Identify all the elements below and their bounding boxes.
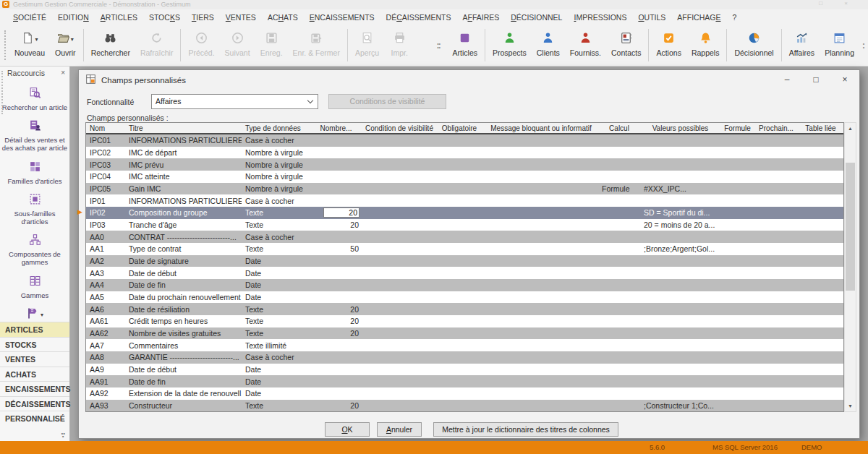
toolbar-grip[interactable]	[4, 30, 7, 60]
toolbar-impr-button[interactable]: Impr.	[384, 25, 414, 66]
toolbar-prospects-button[interactable]: Prospects	[488, 25, 532, 66]
table-scrollbar[interactable]: ▲ ▼	[844, 122, 856, 412]
toolbar-preced-button[interactable]: Précéd.	[183, 25, 219, 66]
sidebar-item-personnalise[interactable]: PERSONNALISÉ	[0, 411, 69, 426]
sidebar-item-decaissements[interactable]: DÉCAISSEMENTS	[0, 396, 69, 411]
table-row-aa62[interactable]: AA62Nombre de visites gratuitesTexte20	[86, 327, 843, 340]
table-row-aa2[interactable]: AA2Date de signatureDate	[86, 255, 843, 267]
sidebar-expander-icon[interactable]: •••	[61, 432, 65, 438]
dialog-close-icon[interactable]: ×	[830, 70, 859, 89]
update-dictionary-button[interactable]: Mettre à jour le dictionnaire des titres…	[433, 422, 618, 437]
menu-stocks[interactable]: STOCKS	[143, 13, 186, 22]
table-row-aa5[interactable]: AA5Date du prochain renouvellementDate	[86, 291, 843, 304]
column-header-nom[interactable]: Nom	[86, 123, 125, 133]
table-row-aa92[interactable]: AA92Extension de la date de renouvell...…	[86, 387, 843, 400]
table-row-aa3[interactable]: AA3Date de débutDate	[86, 267, 843, 279]
column-header-calcul[interactable]: Calcul	[598, 123, 640, 133]
shortcut-composantes-de[interactable]: Composantes degammes	[0, 234, 69, 266]
table-row-ipc03[interactable]: IPC03IMC prévuNombre à virgule	[86, 158, 843, 171]
table-row-aa6[interactable]: AA6Date de résiliationTexte20	[86, 303, 843, 315]
scroll-down-icon[interactable]: ▼	[845, 401, 856, 411]
shortcut-familles-d-articles[interactable]: Familles d'articles	[0, 160, 69, 185]
dropdown-arrow-icon[interactable]: ▾	[35, 36, 38, 43]
table-row-aa9[interactable]: AA9Date de débutDate	[86, 364, 843, 376]
toolbar-affaires-button[interactable]: Affaires	[784, 25, 820, 66]
column-header-prochain[interactable]: Prochain...	[754, 123, 798, 133]
sidebar-item-encaissements[interactable]: ENCAISSEMENTS	[0, 381, 69, 396]
toolbar-rafraichir-button[interactable]: Rafraîchir	[135, 25, 179, 66]
toolbar-enr-fermer-button[interactable]: Enr. & Fermer	[288, 25, 345, 66]
table-row-aa7[interactable]: AA7CommentairesTexte illimité	[86, 339, 843, 351]
toolbar-overflow-right-icon[interactable]: ••	[859, 25, 868, 66]
column-header-condition-de-visibilite[interactable]: Condition de visibilité	[364, 123, 435, 133]
menu-societe[interactable]: SOCIÉTÉ	[7, 13, 52, 22]
window-controls[interactable]: □ ×	[819, 0, 858, 7]
sidebar-item-articles[interactable]: ARTICLES	[0, 322, 69, 337]
table-row-ip03[interactable]: IP03Tranche d'âgeTexte2020 = moins de 20…	[86, 219, 843, 231]
shortcut-sous-familles[interactable]: Sous-famillesd'articles	[0, 193, 69, 226]
menu-edition[interactable]: EDITION	[52, 13, 95, 22]
menu-tiers[interactable]: TIERS	[186, 13, 220, 22]
table-row-ipc02[interactable]: IPC02IMC de départNombre à virgule	[86, 147, 843, 159]
menu-articles[interactable]: ARTICLES	[95, 13, 143, 22]
scroll-up-icon[interactable]: ▲	[845, 123, 856, 134]
toolbar-overflow-icon[interactable]: ••••	[435, 25, 443, 66]
sidebar-grip[interactable]	[1, 71, 3, 114]
cancel-button[interactable]: Annuler	[377, 422, 422, 437]
menu-decisionnel[interactable]: DÉCISIONNEL	[505, 13, 568, 22]
sidebar-item-ventes[interactable]: VENTES	[0, 351, 69, 367]
menu-outils[interactable]: OUTILS	[632, 13, 671, 22]
functionality-select[interactable]: Affaires	[151, 94, 318, 109]
sidebar-item-achats[interactable]: ACHATS	[0, 367, 69, 382]
toolbar-contacts-button[interactable]: Contacts	[606, 25, 646, 66]
toolbar-rappels-button[interactable]: Rappels	[686, 25, 725, 66]
table-row-aa8[interactable]: AA8GARANTIE -------------------------...…	[86, 351, 843, 364]
menu-ventes[interactable]: VENTES	[220, 13, 262, 22]
ok-button[interactable]: OK	[325, 422, 370, 437]
menu-affichage[interactable]: AFFICHAGE	[671, 13, 726, 22]
table-row-aa91[interactable]: AA91Date de finDate	[86, 375, 843, 387]
column-header-valeurs-possibles[interactable]: Valeurs possibles	[640, 123, 720, 133]
toolbar-actions-button[interactable]: Actions	[651, 25, 686, 66]
column-header-nombre[interactable]: Nombre...	[308, 123, 364, 133]
sidebar-item-stocks[interactable]: STOCKS	[0, 337, 69, 352]
toolbar-planning-button[interactable]: Planning	[820, 25, 859, 66]
table-row-aa93[interactable]: AA93ConstructeurTexte20;Constructeur 1;C…	[86, 400, 843, 412]
table-row-ipc05[interactable]: IPC05Gain IMCNombre à virguleFormule#XXX…	[86, 183, 843, 195]
nombre-edit-input[interactable]: 20	[323, 207, 359, 218]
toolbar-enreg-button[interactable]: Enreg.	[255, 25, 288, 66]
visibility-conditions-button[interactable]: Conditions de visibilité	[328, 94, 446, 109]
shortcut-rechercher-un-article[interactable]: Rechercher un article	[0, 87, 69, 111]
column-header-table-liee[interactable]: Table liée	[798, 123, 843, 133]
table-row-aa0[interactable]: AA0CONTRAT -------------------------...C…	[86, 231, 843, 243]
toolbar-ouvrir-button[interactable]: ▾Ouvrir	[50, 25, 81, 66]
toolbar-suivant-button[interactable]: Suivant	[220, 25, 255, 66]
toolbar-articles-button[interactable]: Articles	[448, 25, 482, 66]
table-row-aa4[interactable]: AA4Date de finDate	[86, 279, 843, 291]
dialog-maximize-icon[interactable]: □	[801, 70, 830, 89]
column-header-type-de-donnees[interactable]: Type de données	[242, 123, 308, 133]
column-header-formule[interactable]: Formule	[720, 123, 754, 133]
column-header-obligatoire[interactable]: Obligatoire	[435, 123, 484, 133]
dropdown-arrow-icon[interactable]: ▾	[71, 36, 74, 43]
toolbar-rechercher-button[interactable]: Rechercher	[86, 25, 135, 66]
menu-decaissements[interactable]: DÉCAISSEMENTS	[380, 13, 457, 22]
dropdown-arrow-icon[interactable]: ▾	[41, 312, 43, 318]
table-row-aa61[interactable]: AA61Crédit temps en heuresTexte20	[86, 315, 843, 327]
table-row-ipc01[interactable]: IPC01INFORMATIONS PARTICULIERES ...Case …	[86, 134, 843, 147]
dialog-minimize-icon[interactable]: –	[773, 70, 801, 89]
shortcut-gammes[interactable]: Gammes	[0, 275, 69, 299]
table-row-ip01[interactable]: IP01INFORMATIONS PARTICULIERES ...Case à…	[86, 194, 843, 207]
table-row-ipc04[interactable]: IPC04IMC atteinteNombre à virgule	[86, 171, 843, 183]
menu-achats[interactable]: ACHATS	[262, 13, 304, 22]
menu-affaires[interactable]: AFFAIRES	[456, 13, 505, 22]
menu-impressions[interactable]: IMPRESSIONS	[568, 13, 632, 22]
dialog-titlebar[interactable]: Champs personnalisés	[79, 70, 859, 90]
column-header-titre[interactable]: Titre	[125, 123, 242, 133]
toolbar-fourniss-button[interactable]: Fourniss.	[565, 25, 606, 66]
menu-encaissements[interactable]: ENCAISSEMENTS	[304, 13, 380, 22]
toolbar-clients-button[interactable]: Clients	[532, 25, 565, 66]
toolbar-apercu-button[interactable]: Aperçu	[350, 25, 384, 66]
table-row-ip02[interactable]: IP02Composition du groupeTexte20SD = Spo…	[86, 207, 843, 219]
sidebar-close-icon[interactable]: ×	[61, 69, 65, 77]
